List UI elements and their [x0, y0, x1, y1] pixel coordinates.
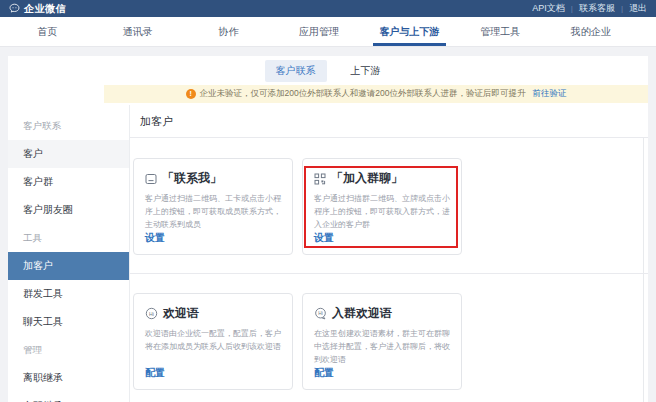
group-welcome-message-card[interactable]: Hi 入群欢迎语 在这里创建欢迎语素材，群主可在群聊中选择并配置，客户进入群聊后… [302, 293, 462, 390]
sidebar-item-customer-moments[interactable]: 客户朋友圈 [8, 196, 129, 224]
hi-bubble-icon: Hi [314, 307, 327, 320]
qr-code-icon [314, 173, 326, 185]
sidebar-item-add-customer[interactable]: 加客户 [8, 252, 129, 280]
card-description: 客户通过扫描群二维码、立牌或点击小程序上的按钮，即可获取入群方式，进入企业的客户… [314, 192, 450, 231]
card-title: 「加入群聊」 [331, 170, 403, 187]
card-description: 欢迎语由企业统一配置，配置后，客户将在添加成员为联系人后收到该欢迎语 [145, 327, 281, 353]
sidebar-section-customer-contact: 客户联系 [8, 112, 129, 140]
welcome-message-configure-link[interactable]: 配置 [145, 366, 165, 380]
notice-text: 企业未验证，仅可添加200位外部联系人和邀请200位外部联系人进群，验证后即可提… [200, 88, 526, 100]
sidebar-item-customer-groups[interactable]: 客户群 [8, 168, 129, 196]
nav-item-apps[interactable]: 应用管理 [274, 17, 365, 46]
contact-me-card[interactable]: 「联系我」 客户通过扫描二维码、工卡或点击小程序上的按钮，即可获取成员联系方式，… [133, 158, 293, 255]
wechat-work-logo: 企业微信 [9, 2, 66, 16]
contact-me-settings-link[interactable]: 设置 [145, 231, 165, 245]
cards-row-top: 「联系我」 客户通过扫描二维码、工卡或点击小程序上的按钮，即可获取成员联系方式，… [133, 158, 462, 255]
sidebar-item-customers[interactable]: 客户 [8, 140, 129, 168]
logout-link[interactable]: 退出 [629, 2, 647, 15]
sidebar-item-onjob-handover[interactable]: 在职继承 [8, 392, 129, 402]
sidebar-section-tools: 工具 [8, 224, 129, 252]
group-welcome-configure-link[interactable]: 配置 [314, 366, 334, 380]
card-description: 在这里创建欢迎语素材，群主可在群聊中选择并配置，客户进入群聊后，将收到欢迎语 [314, 327, 450, 366]
contact-support-link[interactable]: 联系客服 [579, 2, 615, 15]
card-head: Hi 欢迎语 [145, 305, 281, 322]
sidebar-item-chat-tool[interactable]: 聊天工具 [8, 308, 129, 336]
card-title: 「联系我」 [162, 170, 222, 187]
nav-item-contacts[interactable]: 通讯录 [93, 17, 184, 46]
logo-text: 企业微信 [24, 2, 66, 16]
nav-item-collaboration[interactable]: 协作 [183, 17, 274, 46]
nav-item-home[interactable]: 首页 [2, 17, 93, 46]
join-group-chat-card[interactable]: 「加入群聊」 客户通过扫描群二维码、立牌或点击小程序上的按钮，即可获取入群方式，… [302, 158, 462, 255]
content-panel: 客户联系 上下游 ! 企业未验证，仅可添加200位外部联系人和邀请200位外部联… [8, 56, 648, 402]
main-nav: 首页 通讯录 协作 应用管理 客户与上下游 管理工具 我的企业 [0, 17, 656, 47]
nav-item-admin-tools[interactable]: 管理工具 [455, 17, 546, 46]
verification-notice-bar: ! 企业未验证，仅可添加200位外部联系人和邀请200位外部联系人进群，验证后即… [104, 85, 648, 103]
section-divider [130, 273, 648, 274]
chat-bubble-logo-icon [9, 3, 20, 14]
card-head: Hi 入群欢迎语 [314, 305, 450, 322]
sidebar-section-management: 管理 [8, 336, 129, 364]
topbar: 企业微信 API文档 | 联系客服 | 退出 [0, 0, 656, 17]
cards-row-bottom: Hi 欢迎语 欢迎语由企业统一配置，配置后，客户将在添加成员为联系人后收到该欢迎… [133, 293, 462, 390]
api-docs-link[interactable]: API文档 [532, 2, 565, 15]
nav-item-customers[interactable]: 客户与上下游 [364, 17, 455, 46]
tab-upstream-downstream[interactable]: 上下游 [340, 60, 392, 82]
subtabs: 客户联系 上下游 [8, 56, 648, 85]
scrollbar-track [643, 138, 644, 402]
card-head: 「加入群聊」 [314, 170, 450, 187]
go-verify-link[interactable]: 前往验证 [532, 88, 566, 100]
card-title: 欢迎语 [163, 305, 199, 322]
join-group-settings-link[interactable]: 设置 [314, 231, 334, 245]
welcome-message-card[interactable]: Hi 欢迎语 欢迎语由企业统一配置，配置后，客户将在添加成员为联系人后收到该欢迎… [133, 293, 293, 390]
card-head: 「联系我」 [145, 170, 281, 187]
nav-item-my-company[interactable]: 我的企业 [545, 17, 636, 46]
page-title: 加客户 [130, 105, 648, 138]
separator: | [571, 4, 573, 13]
separator: | [621, 4, 623, 13]
card-title: 入群欢迎语 [332, 305, 392, 322]
hi-circle-icon: Hi [145, 307, 158, 320]
sidebar-item-resigned-handover[interactable]: 离职继承 [8, 364, 129, 392]
contact-card-icon [145, 173, 157, 185]
svg-text:Hi: Hi [149, 311, 154, 317]
tab-customer-contact[interactable]: 客户联系 [265, 60, 327, 82]
svg-text:Hi: Hi [318, 311, 323, 316]
main-content: 加客户 「联系我」 客户通过扫描二维码、工卡或点击小程序上的按钮，即可获取成员联… [130, 105, 648, 402]
warning-icon: ! [186, 89, 196, 99]
sidebar-item-bulk-message-tool[interactable]: 群发工具 [8, 280, 129, 308]
card-description: 客户通过扫描二维码、工卡或点击小程序上的按钮，即可获取成员联系方式，主动联系到成… [145, 192, 281, 231]
sidebar: 客户联系 客户 客户群 客户朋友圈 工具 加客户 群发工具 聊天工具 管理 离职… [8, 105, 130, 402]
topbar-links: API文档 | 联系客服 | 退出 [532, 2, 647, 15]
